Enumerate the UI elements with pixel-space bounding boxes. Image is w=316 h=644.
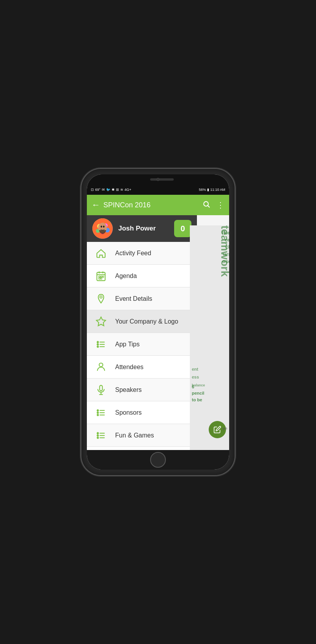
time-display: 11:10 AM xyxy=(210,188,225,192)
home-button[interactable] xyxy=(150,452,166,468)
menu-item-app-tips[interactable]: App Tips xyxy=(87,333,197,356)
twitter-icon: 🐦 xyxy=(106,188,110,192)
star-icon xyxy=(95,315,107,328)
svg-point-0 xyxy=(204,201,208,206)
menu-item-activity-feed[interactable]: Activity Feed xyxy=(87,242,197,265)
calendar-icon xyxy=(95,270,107,282)
battery-percent: 56% xyxy=(199,188,206,192)
phone-frame: ⊡ 69° ✉ 🐦 ✱ ⊞ ≋ 4G+ 56% ▮ 11:10 AM ← SPI… xyxy=(81,169,235,475)
svg-point-34 xyxy=(97,412,99,413)
location-icon xyxy=(95,293,107,305)
svg-rect-16 xyxy=(101,276,102,278)
battery-icon: ▮ xyxy=(207,188,209,192)
more-button[interactable]: ⋮ xyxy=(217,200,224,210)
person-icon xyxy=(95,361,107,373)
svg-point-40 xyxy=(97,435,99,436)
svg-point-26 xyxy=(97,346,99,348)
status-left: ⊡ 69° ✉ 🐦 ✱ ⊞ ≋ 4G+ xyxy=(91,188,131,192)
status-right: 56% ▮ 11:10 AM xyxy=(199,188,225,192)
screen-content: ← SPINCon 2016 ⋮ xyxy=(87,195,229,450)
svg-marker-21 xyxy=(96,317,105,326)
svg-point-32 xyxy=(97,410,99,411)
user-avatar xyxy=(92,218,113,239)
phone-bottom xyxy=(87,450,229,470)
menu-scroll[interactable]: Activity Feed Agenda xyxy=(87,242,197,450)
main-area: Josh Power 0 Activity Feed xyxy=(87,215,229,450)
svg-rect-17 xyxy=(103,276,104,278)
home-icon xyxy=(95,247,107,260)
svg-point-28 xyxy=(99,363,103,366)
svg-line-1 xyxy=(208,205,210,207)
svg-point-10 xyxy=(103,226,105,228)
background-content: tion on ck urs ose teamwork 6 pencil to … xyxy=(190,225,229,450)
menu-item-event-details[interactable]: Event Details xyxy=(87,287,197,310)
menu-label-speakers: Speakers xyxy=(115,386,142,393)
menu-label-attendees: Attendees xyxy=(115,364,143,371)
app-header: ← SPINCon 2016 ⋮ xyxy=(87,195,229,215)
signal-label: 4G+ xyxy=(125,188,131,192)
back-button[interactable]: ← xyxy=(92,200,100,210)
status-bar: ⊡ 69° ✉ 🐦 ✱ ⊞ ≋ 4G+ 56% ▮ 11:10 AM xyxy=(87,185,229,195)
nfc-icon: ⊞ xyxy=(116,188,119,192)
user-name: Josh Power xyxy=(118,225,169,232)
bluetooth-icon: ✱ xyxy=(112,188,115,192)
menu-label-agenda: Agenda xyxy=(115,273,137,280)
menu-item-speakers[interactable]: Speakers xyxy=(87,379,197,401)
wifi-icon: ≋ xyxy=(120,188,123,192)
fun-list-icon xyxy=(95,429,107,442)
menu-label-company-logo: Your Company & Logo xyxy=(115,318,178,325)
svg-rect-19 xyxy=(101,278,102,279)
svg-point-20 xyxy=(100,296,102,298)
svg-rect-15 xyxy=(99,276,100,278)
menu-label-activity-feed: Activity Feed xyxy=(115,250,151,257)
phone-notch xyxy=(87,174,229,185)
menu-label-fun-games: Fun & Games xyxy=(115,432,154,439)
svg-point-9 xyxy=(101,226,102,228)
menu-label-app-tips: App Tips xyxy=(115,341,140,348)
menu-item-prizes-badges[interactable]: Prizes & Badges xyxy=(87,447,197,450)
menu-label-sponsors: Sponsors xyxy=(115,409,142,416)
camera xyxy=(156,178,160,181)
menu-item-agenda[interactable]: Agenda xyxy=(87,265,197,287)
gmail-icon: ✉ xyxy=(102,188,105,192)
menu-item-company-logo[interactable]: Your Company & Logo xyxy=(87,310,197,333)
search-button[interactable] xyxy=(202,200,210,210)
svg-point-38 xyxy=(97,432,99,434)
svg-point-36 xyxy=(97,414,99,416)
speaker xyxy=(150,178,174,181)
svg-point-24 xyxy=(97,344,99,345)
notification-count: 0 xyxy=(180,224,185,233)
app-title: SPINCon 2016 xyxy=(103,201,199,209)
sponsors-list-icon xyxy=(95,406,107,419)
menu-panel: Josh Power 0 Activity Feed xyxy=(87,215,197,450)
menu-item-sponsors[interactable]: Sponsors xyxy=(87,401,197,424)
list-icon xyxy=(95,338,107,351)
notification-badge[interactable]: 0 xyxy=(174,220,191,237)
phone-screen: ⊡ 69° ✉ 🐦 ✱ ⊞ ≋ 4G+ 56% ▮ 11:10 AM ← SPI… xyxy=(87,174,229,470)
photo-icon: ⊡ xyxy=(91,188,94,192)
temperature: 69° xyxy=(95,188,101,192)
menu-item-attendees[interactable]: Attendees xyxy=(87,356,197,379)
user-bar: Josh Power 0 xyxy=(87,215,197,242)
svg-point-42 xyxy=(97,437,99,439)
menu-label-event-details: Event Details xyxy=(115,295,152,302)
microphone-icon xyxy=(95,384,107,396)
menu-item-fun-games[interactable]: Fun & Games xyxy=(87,424,197,447)
svg-point-22 xyxy=(97,341,99,343)
svg-rect-18 xyxy=(99,278,100,279)
svg-rect-29 xyxy=(100,385,103,391)
